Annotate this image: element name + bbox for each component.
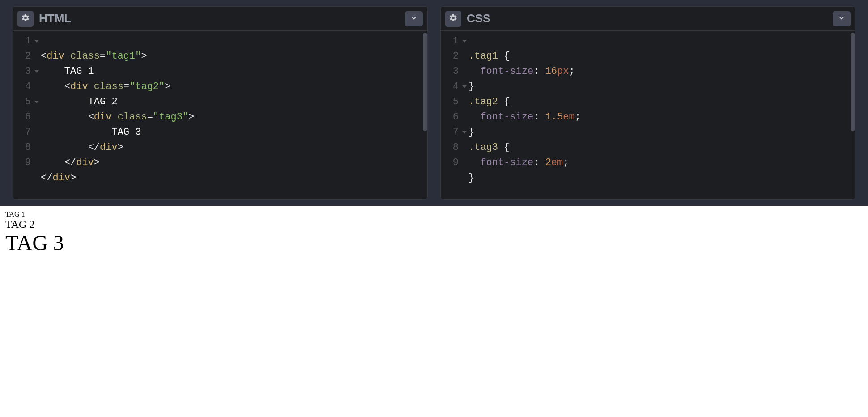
line-number: 3 (441, 64, 462, 79)
line-number: 6 (441, 110, 462, 125)
line-number: 7 (13, 125, 34, 140)
line-number: 4 (13, 79, 34, 94)
fold-marker-icon[interactable] (34, 40, 39, 43)
css-code: .tag1 { font-size: 16px; } .tag2 { font-… (462, 31, 855, 199)
line-number: 1 (13, 34, 34, 49)
line-number: 5 (13, 94, 34, 110)
line-number: 9 (441, 155, 462, 170)
html-code: <div class="tag1"> TAG 1 <div class="tag… (34, 31, 427, 199)
fold-marker-icon[interactable] (34, 101, 39, 103)
html-panel-title: HTML (39, 12, 71, 26)
line-number: 4 (441, 79, 462, 94)
css-panel-header: CSS (441, 7, 855, 31)
html-panel-header-left: HTML (17, 11, 71, 27)
css-panel-title: CSS (467, 12, 490, 26)
html-collapse-button[interactable] (405, 11, 423, 26)
chevron-down-icon (410, 14, 418, 24)
chevron-down-icon (838, 14, 846, 24)
gear-icon (449, 13, 458, 24)
css-panel: CSS 123456789 .tag1 { font-size: 16px; }… (440, 6, 855, 200)
output-tag2: TAG 2 TAG 3 (5, 218, 863, 255)
css-editor[interactable]: 123456789 .tag1 { font-size: 16px; } .ta… (441, 31, 855, 199)
line-number: 1 (441, 34, 462, 49)
html-settings-button[interactable] (17, 11, 34, 27)
line-number: 7 (441, 125, 462, 140)
fold-marker-icon[interactable] (462, 131, 467, 134)
line-number: 2 (13, 49, 34, 64)
line-number: 2 (441, 49, 462, 64)
gear-icon (21, 13, 30, 24)
fold-marker-icon[interactable] (34, 70, 39, 73)
fold-marker-icon[interactable] (462, 85, 467, 88)
html-gutter: 123456789 (13, 31, 34, 199)
html-panel-header: HTML (13, 7, 427, 31)
line-number: 5 (441, 94, 462, 110)
css-settings-button[interactable] (445, 11, 461, 27)
line-number: 8 (441, 140, 462, 155)
editor-row: HTML 123456789 <div class="tag1"> TAG 1 … (0, 0, 868, 206)
output-tag2-text: TAG 2 (5, 218, 34, 230)
output-tag1-text: TAG 1 (5, 210, 25, 218)
fold-marker-icon[interactable] (462, 40, 467, 43)
html-scrollbar[interactable] (423, 33, 427, 131)
css-panel-header-left: CSS (445, 11, 490, 27)
css-gutter: 123456789 (441, 31, 462, 199)
html-panel: HTML 123456789 <div class="tag1"> TAG 1 … (13, 6, 428, 200)
line-number: 6 (13, 110, 34, 125)
css-collapse-button[interactable] (833, 11, 851, 26)
html-editor[interactable]: 123456789 <div class="tag1"> TAG 1 <div … (13, 31, 427, 199)
css-scrollbar[interactable] (851, 33, 855, 131)
output-tag1: TAG 1 TAG 2 TAG 3 (5, 210, 863, 255)
line-number: 8 (13, 140, 34, 155)
line-number: 9 (13, 155, 34, 170)
output-tag3-text: TAG 3 (5, 231, 64, 255)
output-preview: TAG 1 TAG 2 TAG 3 (0, 206, 868, 417)
line-number: 3 (13, 64, 34, 79)
output-tag3: TAG 3 (5, 230, 863, 255)
